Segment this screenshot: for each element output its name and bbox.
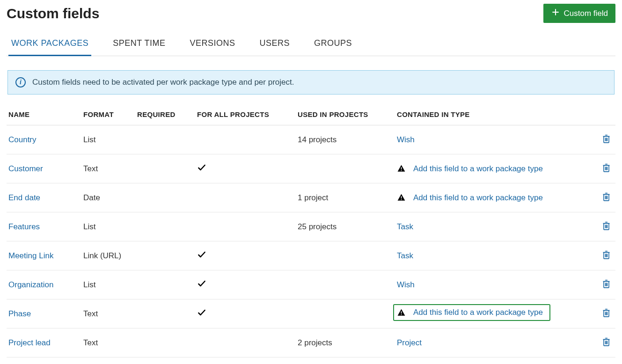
page-title: Custom fields — [7, 6, 99, 22]
custom-fields-table: NAME FORMAT REQUIRED FOR ALL PROJECTS US… — [7, 104, 615, 357]
trash-icon — [602, 284, 611, 291]
field-for-all — [195, 125, 296, 154]
col-name[interactable]: NAME — [7, 104, 81, 125]
type-link[interactable]: Wish — [397, 280, 415, 290]
table-row: CountryList14 projectsWish — [7, 125, 615, 154]
tab-versions[interactable]: VERSIONS — [187, 33, 238, 56]
table-row: PhaseTextAdd this field to a work packag… — [7, 299, 615, 328]
warning-icon — [397, 193, 406, 202]
field-for-all — [195, 154, 296, 183]
field-used-in: 1 project — [296, 183, 395, 212]
tab-users[interactable]: USERS — [257, 33, 293, 56]
field-format: Text — [81, 299, 135, 328]
trash-icon — [602, 313, 611, 320]
field-format: List — [81, 212, 135, 241]
field-name-link[interactable]: Project lead — [8, 338, 51, 347]
table-row: FeaturesList25 projectsTask — [7, 212, 615, 241]
plus-icon — [551, 7, 560, 19]
field-for-all — [195, 270, 296, 299]
field-contained-in-type: Wish — [395, 270, 595, 299]
field-name-link[interactable]: Organization — [8, 280, 53, 289]
field-used-in — [296, 299, 395, 328]
type-link[interactable]: Project — [397, 338, 422, 348]
trash-icon — [602, 226, 611, 233]
field-name-link[interactable]: Customer — [8, 164, 43, 173]
field-used-in — [296, 154, 395, 183]
table-row: Meeting LinkLink (URL)Task — [7, 241, 615, 270]
table-row: Project leadText2 projectsProject — [7, 328, 615, 357]
field-name-link[interactable]: Features — [8, 222, 40, 231]
svg-rect-10 — [401, 170, 402, 171]
delete-button[interactable] — [601, 249, 612, 262]
field-format: Text — [81, 328, 135, 357]
warning-icon — [397, 308, 406, 317]
tab-groups[interactable]: GROUPS — [311, 33, 355, 56]
delete-button[interactable] — [601, 278, 612, 291]
col-for-all[interactable]: FOR ALL PROJECTS — [195, 104, 296, 125]
field-used-in — [296, 270, 395, 299]
table-row: OrganizationListWish — [7, 270, 615, 299]
field-name-link[interactable]: Phase — [8, 309, 31, 318]
field-contained-in-type: Add this field to a work package type — [395, 299, 595, 328]
table-row: End dateDate1 projectAdd this field to a… — [7, 183, 615, 212]
delete-button[interactable] — [601, 162, 612, 175]
field-contained-in-type: Wish — [395, 125, 595, 154]
field-used-in: 14 projects — [296, 125, 395, 154]
field-required — [135, 299, 195, 328]
field-required — [135, 270, 195, 299]
add-to-type-link[interactable]: Add this field to a work package type — [413, 193, 543, 203]
trash-icon — [602, 197, 611, 204]
field-name-link[interactable]: End date — [8, 193, 40, 202]
svg-rect-49 — [401, 314, 402, 315]
check-icon — [197, 165, 206, 174]
svg-rect-18 — [401, 196, 402, 198]
field-for-all — [195, 299, 296, 328]
field-for-all — [195, 241, 296, 270]
field-for-all — [195, 212, 296, 241]
field-for-all — [195, 183, 296, 212]
delete-button[interactable] — [601, 336, 612, 349]
delete-button[interactable] — [601, 133, 612, 146]
col-format[interactable]: FORMAT — [81, 104, 135, 125]
tab-work-packages[interactable]: WORK PACKAGES — [8, 33, 91, 56]
tabs: WORK PACKAGESSPENT TIMEVERSIONSUSERSGROU… — [7, 33, 615, 56]
info-message: Custom fields need to be activated per w… — [32, 78, 294, 87]
delete-button[interactable] — [601, 307, 612, 320]
type-link[interactable]: Wish — [397, 135, 415, 145]
type-link[interactable]: Task — [397, 222, 413, 232]
delete-button[interactable] — [601, 220, 612, 233]
field-format: List — [81, 125, 135, 154]
field-required — [135, 154, 195, 183]
field-required — [135, 241, 195, 270]
col-contained[interactable]: CONTAINED IN TYPE — [395, 104, 595, 125]
trash-icon — [602, 255, 611, 262]
field-used-in: 25 projects — [296, 212, 395, 241]
field-contained-in-type: Task — [395, 212, 595, 241]
field-name-link[interactable]: Country — [8, 135, 37, 144]
col-required[interactable]: REQUIRED — [135, 104, 195, 125]
add-custom-field-label: Custom field — [564, 9, 608, 18]
check-icon — [197, 281, 206, 290]
field-contained-in-type: Project — [395, 328, 595, 357]
col-used-in[interactable]: USED IN PROJECTS — [296, 104, 395, 125]
info-icon: i — [15, 77, 26, 87]
info-box: i Custom fields need to be activated per… — [7, 70, 615, 95]
field-name-link[interactable]: Meeting Link — [8, 251, 53, 260]
svg-rect-48 — [401, 311, 402, 313]
delete-button[interactable] — [601, 191, 612, 204]
field-format: Date — [81, 183, 135, 212]
svg-rect-9 — [401, 167, 402, 169]
tab-spent-time[interactable]: SPENT TIME — [110, 33, 168, 56]
type-link[interactable]: Task — [397, 251, 413, 261]
field-format: Text — [81, 154, 135, 183]
field-contained-in-type: Task — [395, 241, 595, 270]
add-to-type-link[interactable]: Add this field to a work package type — [413, 164, 543, 174]
trash-icon — [602, 342, 611, 349]
trash-icon — [602, 167, 611, 175]
add-to-type-link[interactable]: Add this field to a work package type — [413, 308, 543, 317]
add-custom-field-button[interactable]: Custom field — [543, 4, 615, 23]
svg-rect-19 — [401, 199, 402, 200]
check-icon — [197, 310, 206, 319]
field-required — [135, 212, 195, 241]
check-icon — [197, 252, 206, 261]
